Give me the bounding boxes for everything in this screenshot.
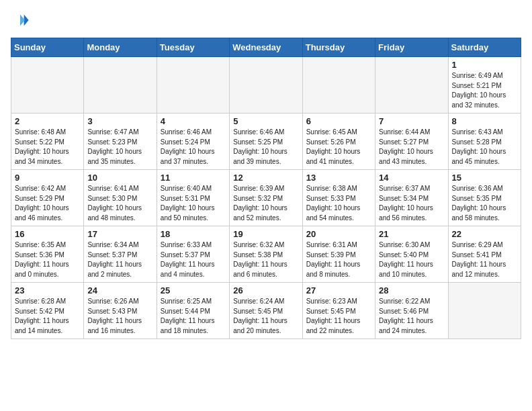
day-info: Sunrise: 6:31 AM Sunset: 5:39 PM Dayligh… xyxy=(306,240,371,279)
calendar-cell: 17Sunrise: 6:34 AM Sunset: 5:37 PM Dayli… xyxy=(84,226,157,283)
calendar-cell: 11Sunrise: 6:40 AM Sunset: 5:31 PM Dayli… xyxy=(157,170,229,226)
day-number: 18 xyxy=(161,229,226,239)
day-number: 11 xyxy=(161,173,226,183)
calendar-cell: 28Sunrise: 6:22 AM Sunset: 5:46 PM Dayli… xyxy=(375,283,448,339)
day-number: 20 xyxy=(306,229,371,239)
week-row-2: 2Sunrise: 6:48 AM Sunset: 5:22 PM Daylig… xyxy=(11,113,521,170)
day-number: 24 xyxy=(87,285,152,295)
day-info: Sunrise: 6:24 AM Sunset: 5:45 PM Dayligh… xyxy=(233,297,298,336)
day-number: 17 xyxy=(87,229,152,239)
week-row-3: 9Sunrise: 6:42 AM Sunset: 5:29 PM Daylig… xyxy=(11,170,521,226)
calendar-cell: 8Sunrise: 6:43 AM Sunset: 5:28 PM Daylig… xyxy=(448,113,521,170)
day-number: 28 xyxy=(379,285,444,295)
day-info: Sunrise: 6:25 AM Sunset: 5:44 PM Dayligh… xyxy=(161,297,226,336)
day-number: 23 xyxy=(15,285,80,295)
day-info: Sunrise: 6:46 AM Sunset: 5:24 PM Dayligh… xyxy=(161,128,226,167)
day-info: Sunrise: 6:35 AM Sunset: 5:36 PM Dayligh… xyxy=(15,240,80,279)
day-info: Sunrise: 6:47 AM Sunset: 5:23 PM Dayligh… xyxy=(87,128,152,167)
day-number: 15 xyxy=(452,173,517,183)
day-info: Sunrise: 6:36 AM Sunset: 5:35 PM Dayligh… xyxy=(452,184,517,223)
col-header-wednesday: Wednesday xyxy=(230,38,302,57)
day-number: 1 xyxy=(452,60,517,70)
day-info: Sunrise: 6:26 AM Sunset: 5:43 PM Dayligh… xyxy=(87,297,152,336)
calendar-cell xyxy=(302,57,375,113)
day-number: 10 xyxy=(87,173,152,183)
day-info: Sunrise: 6:40 AM Sunset: 5:31 PM Dayligh… xyxy=(161,184,226,223)
day-info: Sunrise: 6:28 AM Sunset: 5:42 PM Dayligh… xyxy=(15,297,80,336)
calendar-cell: 9Sunrise: 6:42 AM Sunset: 5:29 PM Daylig… xyxy=(11,170,84,226)
calendar-cell: 5Sunrise: 6:46 AM Sunset: 5:25 PM Daylig… xyxy=(230,113,302,170)
calendar-cell: 7Sunrise: 6:44 AM Sunset: 5:27 PM Daylig… xyxy=(375,113,448,170)
day-info: Sunrise: 6:46 AM Sunset: 5:25 PM Dayligh… xyxy=(233,128,298,167)
day-info: Sunrise: 6:49 AM Sunset: 5:21 PM Dayligh… xyxy=(452,71,517,110)
week-row-4: 16Sunrise: 6:35 AM Sunset: 5:36 PM Dayli… xyxy=(11,226,521,283)
col-header-thursday: Thursday xyxy=(302,38,375,57)
week-row-1: 1Sunrise: 6:49 AM Sunset: 5:21 PM Daylig… xyxy=(11,57,521,113)
calendar-cell: 24Sunrise: 6:26 AM Sunset: 5:43 PM Dayli… xyxy=(84,283,157,339)
calendar-cell: 1Sunrise: 6:49 AM Sunset: 5:21 PM Daylig… xyxy=(448,57,521,113)
calendar-cell xyxy=(157,57,229,113)
day-number: 26 xyxy=(233,285,298,295)
calendar-header-row: SundayMondayTuesdayWednesdayThursdayFrid… xyxy=(11,38,521,57)
day-info: Sunrise: 6:33 AM Sunset: 5:37 PM Dayligh… xyxy=(161,240,226,279)
day-info: Sunrise: 6:23 AM Sunset: 5:45 PM Dayligh… xyxy=(306,297,371,336)
day-info: Sunrise: 6:42 AM Sunset: 5:29 PM Dayligh… xyxy=(15,184,80,223)
day-number: 2 xyxy=(15,116,80,126)
calendar-cell: 18Sunrise: 6:33 AM Sunset: 5:37 PM Dayli… xyxy=(157,226,229,283)
day-number: 19 xyxy=(233,229,298,239)
calendar-cell: 2Sunrise: 6:48 AM Sunset: 5:22 PM Daylig… xyxy=(11,113,84,170)
calendar-cell xyxy=(84,57,157,113)
day-info: Sunrise: 6:41 AM Sunset: 5:30 PM Dayligh… xyxy=(87,184,152,223)
calendar-cell: 19Sunrise: 6:32 AM Sunset: 5:38 PM Dayli… xyxy=(230,226,302,283)
day-number: 8 xyxy=(452,116,517,126)
day-info: Sunrise: 6:37 AM Sunset: 5:34 PM Dayligh… xyxy=(379,184,444,223)
calendar-cell: 25Sunrise: 6:25 AM Sunset: 5:44 PM Dayli… xyxy=(157,283,229,339)
calendar-cell: 22Sunrise: 6:29 AM Sunset: 5:41 PM Dayli… xyxy=(448,226,521,283)
logo xyxy=(11,11,32,30)
col-header-tuesday: Tuesday xyxy=(157,38,229,57)
calendar-cell: 20Sunrise: 6:31 AM Sunset: 5:39 PM Dayli… xyxy=(302,226,375,283)
calendar-cell: 10Sunrise: 6:41 AM Sunset: 5:30 PM Dayli… xyxy=(84,170,157,226)
week-row-5: 23Sunrise: 6:28 AM Sunset: 5:42 PM Dayli… xyxy=(11,283,521,339)
calendar-cell: 16Sunrise: 6:35 AM Sunset: 5:36 PM Dayli… xyxy=(11,226,84,283)
day-info: Sunrise: 6:44 AM Sunset: 5:27 PM Dayligh… xyxy=(379,128,444,167)
day-info: Sunrise: 6:32 AM Sunset: 5:38 PM Dayligh… xyxy=(233,240,298,279)
day-info: Sunrise: 6:38 AM Sunset: 5:33 PM Dayligh… xyxy=(306,184,371,223)
day-number: 27 xyxy=(306,285,371,295)
calendar-cell xyxy=(230,57,302,113)
page-header xyxy=(11,11,521,30)
day-info: Sunrise: 6:22 AM Sunset: 5:46 PM Dayligh… xyxy=(379,297,444,336)
logo-icon xyxy=(11,11,30,30)
day-number: 12 xyxy=(233,173,298,183)
col-header-sunday: Sunday xyxy=(11,38,84,57)
calendar-cell: 23Sunrise: 6:28 AM Sunset: 5:42 PM Dayli… xyxy=(11,283,84,339)
day-info: Sunrise: 6:29 AM Sunset: 5:41 PM Dayligh… xyxy=(452,240,517,279)
day-number: 7 xyxy=(379,116,444,126)
calendar-table: SundayMondayTuesdayWednesdayThursdayFrid… xyxy=(11,38,521,339)
calendar-cell: 26Sunrise: 6:24 AM Sunset: 5:45 PM Dayli… xyxy=(230,283,302,339)
day-number: 22 xyxy=(452,229,517,239)
calendar-cell: 27Sunrise: 6:23 AM Sunset: 5:45 PM Dayli… xyxy=(302,283,375,339)
day-number: 25 xyxy=(161,285,226,295)
day-info: Sunrise: 6:30 AM Sunset: 5:40 PM Dayligh… xyxy=(379,240,444,279)
day-number: 6 xyxy=(306,116,371,126)
day-info: Sunrise: 6:39 AM Sunset: 5:32 PM Dayligh… xyxy=(233,184,298,223)
day-number: 13 xyxy=(306,173,371,183)
calendar-cell: 6Sunrise: 6:45 AM Sunset: 5:26 PM Daylig… xyxy=(302,113,375,170)
day-number: 5 xyxy=(233,116,298,126)
calendar-cell: 4Sunrise: 6:46 AM Sunset: 5:24 PM Daylig… xyxy=(157,113,229,170)
col-header-saturday: Saturday xyxy=(448,38,521,57)
day-info: Sunrise: 6:48 AM Sunset: 5:22 PM Dayligh… xyxy=(15,128,80,167)
calendar-cell: 14Sunrise: 6:37 AM Sunset: 5:34 PM Dayli… xyxy=(375,170,448,226)
calendar-cell xyxy=(375,57,448,113)
day-number: 16 xyxy=(15,229,80,239)
day-info: Sunrise: 6:34 AM Sunset: 5:37 PM Dayligh… xyxy=(87,240,152,279)
calendar-cell: 15Sunrise: 6:36 AM Sunset: 5:35 PM Dayli… xyxy=(448,170,521,226)
calendar-cell: 21Sunrise: 6:30 AM Sunset: 5:40 PM Dayli… xyxy=(375,226,448,283)
calendar-cell: 3Sunrise: 6:47 AM Sunset: 5:23 PM Daylig… xyxy=(84,113,157,170)
day-info: Sunrise: 6:43 AM Sunset: 5:28 PM Dayligh… xyxy=(452,128,517,167)
day-number: 3 xyxy=(87,116,152,126)
day-number: 9 xyxy=(15,173,80,183)
calendar-cell xyxy=(448,283,521,339)
day-number: 4 xyxy=(161,116,226,126)
